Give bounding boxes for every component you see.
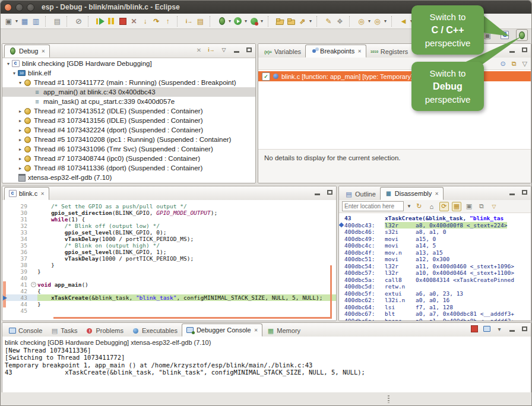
tab-memory[interactable]: Memory — [262, 325, 305, 337]
annotations-icon[interactable] — [335, 17, 345, 26]
twisty-icon[interactable]: ▸ — [17, 166, 24, 171]
debug-tree-row[interactable]: app_main() at blink.c:43 0x400dbc43 — [2, 87, 255, 97]
minimize-icon[interactable] — [508, 188, 516, 196]
editor-line[interactable]: 39} — [2, 268, 336, 275]
twisty-icon[interactable]: ▸ — [17, 118, 24, 123]
console-dropdown-icon[interactable]: ▾ — [495, 325, 504, 333]
disassembly-row[interactable]: 400dbc4f:mov.na13, a15 — [339, 249, 531, 256]
debug-tree-row[interactable]: ▾blink.elf — [2, 68, 255, 78]
tab-outline[interactable]: Outline — [341, 188, 380, 200]
debugger-console-output[interactable]: blink checking [GDB Hardware Debugging] … — [2, 337, 531, 394]
disassembly-row[interactable]: 400dbc5d:retw.n — [339, 283, 531, 290]
step-return-icon[interactable] — [163, 17, 173, 26]
pin-view-icon[interactable]: ⧉ — [477, 202, 486, 211]
debug-tree-row[interactable]: xtensa-esp32-elf-gdb (7.10) — [2, 173, 255, 182]
maximize-icon[interactable] — [325, 188, 334, 196]
tab-console[interactable]: Console — [4, 325, 46, 337]
skip-all-breakpoints-icon[interactable] — [74, 17, 84, 26]
debug-tree-row[interactable]: ▸Thread #4 1073432224 (dport) (Suspended… — [2, 125, 255, 135]
close-icon[interactable]: ✕ — [41, 49, 45, 54]
annotation-ruler[interactable] — [2, 229, 11, 236]
home-icon[interactable]: ⌂ — [427, 202, 436, 211]
disassembly-row[interactable]: 400dbc46:s32ia8, a1, 0 — [339, 229, 531, 236]
disassembly-row[interactable]: 400dbc64:lsif7, a1, 128 — [339, 304, 531, 311]
twisty-icon[interactable]: ▸ — [17, 147, 24, 152]
editor-line[interactable]: 42{ — [2, 288, 336, 294]
disassembly-listing[interactable]: 43xTaskCreate(&blink_task, "blink_tas400… — [339, 213, 531, 321]
debug-tree-row[interactable]: ▸Thread #5 1073410208 (ipc1 : Running) (… — [2, 135, 255, 144]
close-icon[interactable]: ✕ — [435, 191, 439, 196]
twisty-icon[interactable]: ▾ — [17, 80, 24, 85]
instruction-stepping-icon[interactable] — [184, 17, 194, 26]
tab-debugger-console[interactable]: Debugger Console✕ — [182, 323, 262, 337]
minimize-icon[interactable] — [508, 46, 516, 54]
twisty-icon[interactable]: ▾ — [11, 71, 18, 76]
annotation-ruler[interactable] — [2, 275, 11, 281]
editor-line[interactable]: 40 — [2, 275, 336, 281]
tab-registers[interactable]: Registers — [366, 46, 412, 58]
maximize-icon[interactable] — [520, 46, 528, 54]
annotation-ruler[interactable] — [2, 262, 11, 268]
breakpoint-row[interactable]: ✓ blink.c [function: app_main] [type: Te… — [258, 71, 531, 81]
open-task-icon[interactable] — [275, 17, 285, 26]
annotation-ruler[interactable] — [2, 268, 11, 275]
annotation-ruler[interactable] — [2, 281, 11, 288]
location-dropdown-icon[interactable]: ▼ — [407, 204, 411, 209]
disassembly-row[interactable]: 400dbc43:l32ra8, 0x400d00f8 <_stext+224> — [339, 222, 531, 229]
open-new-view-icon[interactable]: ▣ — [464, 202, 474, 211]
debug-tree-row[interactable]: ▾Thread #1 1073411772 (main : Running) (… — [2, 78, 255, 87]
use-step-filters-icon[interactable] — [195, 17, 205, 26]
remove-terminated-icon[interactable]: ✕ — [195, 46, 203, 54]
new-wizard-dropdown-icon[interactable]: ▾ — [14, 18, 19, 24]
new-annotation-icon[interactable] — [372, 17, 382, 26]
tab-debug[interactable]: Debug ✕ — [4, 45, 50, 58]
new-annotation-dropdown-icon[interactable]: ▾ — [383, 18, 388, 24]
terminate-icon[interactable] — [118, 17, 128, 26]
view-menu-icon[interactable]: ▽ — [522, 60, 527, 68]
instruction-stepping-icon[interactable]: i→ — [207, 46, 216, 54]
display-console-icon[interactable] — [483, 325, 491, 333]
minimize-icon[interactable] — [313, 188, 321, 196]
tab-tasks[interactable]: Tasks — [46, 325, 81, 337]
pin-editor-dropdown-icon[interactable]: ▾ — [367, 18, 372, 24]
editor-line[interactable]: 44} — [2, 301, 336, 307]
disassembly-row[interactable]: 400dbc67:blta0, a7, 0x400dbc81 <__adddf3… — [339, 310, 531, 318]
annotation-ruler[interactable] — [2, 216, 11, 223]
resume-icon[interactable] — [95, 17, 105, 26]
annotation-ruler[interactable] — [2, 242, 11, 249]
tab-executables[interactable]: Executables — [128, 325, 182, 337]
editor-line[interactable]: 43 xTaskCreate(&blink_task, "blink_task"… — [2, 294, 336, 301]
disassembly-row[interactable]: 400dbc6a:bnonea0, a1, 0x400dbc8b <__addd… — [339, 318, 531, 321]
annotation-ruler[interactable] — [2, 210, 11, 216]
twisty-icon[interactable]: ▸ — [17, 128, 24, 133]
debug-perspective-icon[interactable] — [516, 29, 528, 41]
disconnect-icon[interactable] — [129, 17, 139, 26]
maximize-icon[interactable] — [520, 188, 528, 196]
save-icon[interactable] — [20, 17, 30, 26]
close-icon[interactable]: ✕ — [357, 49, 362, 54]
twisty-icon[interactable]: ▾ — [5, 61, 12, 66]
disassembly-source-line[interactable]: 43xTaskCreate(&blink_task, "blink_tas — [339, 215, 531, 222]
debug-tree-row[interactable]: ▸Thread #7 1073408744 (ipc0) (Suspended … — [2, 154, 255, 163]
annotation-ruler[interactable] — [2, 288, 11, 294]
show-breakpoints-icon[interactable]: ⊙ — [500, 60, 505, 68]
breakpoint-checkbox[interactable]: ✓ — [262, 72, 270, 81]
back-icon[interactable] — [398, 17, 408, 26]
debug-icon[interactable] — [217, 17, 227, 26]
maximize-icon[interactable] — [245, 46, 253, 54]
debug-tree-row[interactable]: main_task() at cpu_start.c:339 0x400d057… — [2, 97, 255, 106]
window-minimize-button[interactable] — [15, 4, 23, 11]
cpp-perspective-icon[interactable] — [499, 29, 511, 41]
track-expression-icon[interactable]: ⟳ — [439, 202, 449, 211]
flash-dropdown-icon[interactable]: ▾ — [308, 18, 313, 24]
step-over-icon[interactable] — [151, 17, 162, 26]
run-dropdown-icon[interactable]: ▾ — [243, 18, 248, 24]
build-icon[interactable] — [52, 17, 62, 26]
terminate-icon[interactable] — [470, 325, 479, 333]
editor-line[interactable]: 30 gpio_set_direction(BLINK_GPIO, GPIO_M… — [2, 210, 336, 216]
debug-tree-row[interactable]: ▸Thread #6 1073431096 (Tmr Svc) (Suspend… — [2, 144, 255, 154]
editor-line[interactable]: 32 /* Blink off (output low) */ — [2, 223, 336, 229]
close-icon[interactable]: ✕ — [40, 191, 45, 196]
annotation-ruler[interactable] — [2, 249, 11, 255]
mark-occurrences-icon[interactable] — [324, 17, 334, 26]
